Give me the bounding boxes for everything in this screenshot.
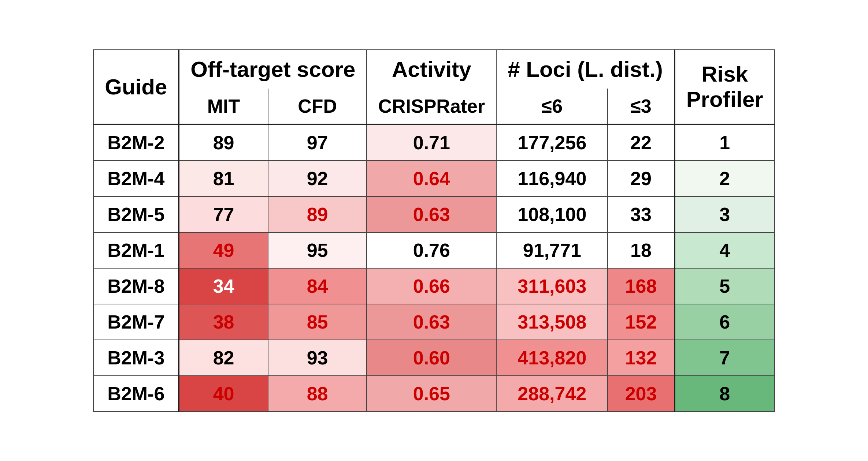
table-row: B2M-5 77 89 0.63 108,100 33 3	[93, 196, 774, 232]
guide-cell: B2M-6	[93, 376, 179, 412]
crisprater-cell: 0.66	[367, 268, 496, 304]
loci3-cell: 29	[608, 161, 674, 196]
risk-cell: 3	[675, 196, 775, 232]
crisprater-cell: 0.76	[367, 232, 496, 268]
mit-cell: 81	[179, 161, 268, 196]
loci3-cell: 18	[608, 232, 674, 268]
guide-cell: B2M-8	[93, 268, 179, 304]
mit-cell: 40	[179, 376, 268, 412]
loci3-cell: 168	[608, 268, 674, 304]
table-body: B2M-2 89 97 0.71 177,256 22 1 B2M-4 81 9…	[93, 124, 774, 412]
cfd-cell: 93	[268, 340, 367, 376]
cfd-cell: 97	[268, 124, 367, 161]
cfd-cell: 85	[268, 304, 367, 340]
cfd-cell: 88	[268, 376, 367, 412]
guide-cell: B2M-5	[93, 196, 179, 232]
guide-cell: B2M-2	[93, 124, 179, 161]
crisprater-cell: 0.71	[367, 124, 496, 161]
risk-cell: 4	[675, 232, 775, 268]
loci3-cell: 33	[608, 196, 674, 232]
header-row-bottom: MIT CFD CRISPRater ≤6 ≤3	[93, 89, 774, 124]
guide-cell: B2M-3	[93, 340, 179, 376]
loci6-cell: 108,100	[496, 196, 608, 232]
risk-cell: 7	[675, 340, 775, 376]
activity-header: Activity	[367, 50, 496, 89]
loci6-cell: 311,603	[496, 268, 608, 304]
crisprater-cell: 0.63	[367, 196, 496, 232]
table-row: B2M-3 82 93 0.60 413,820 132 7	[93, 340, 774, 376]
guide-header: Guide	[93, 50, 179, 124]
risk-cell: 1	[675, 124, 775, 161]
main-table: Guide Off-target score Activity # Loci (…	[93, 49, 775, 412]
table-row: B2M-7 38 85 0.63 313,508 152 6	[93, 304, 774, 340]
loci6-cell: 177,256	[496, 124, 608, 161]
risk-header: Risk Profiler	[675, 50, 775, 124]
loci3-cell: 22	[608, 124, 674, 161]
loci6-cell: 288,742	[496, 376, 608, 412]
cfd-cell: 95	[268, 232, 367, 268]
loci-header: # Loci (L. dist.)	[496, 50, 674, 89]
loci6-cell: 313,508	[496, 304, 608, 340]
cfd-cell: 89	[268, 196, 367, 232]
loci6-header: ≤6	[496, 89, 608, 124]
mit-cell: 38	[179, 304, 268, 340]
mit-header: MIT	[179, 89, 268, 124]
mit-cell: 82	[179, 340, 268, 376]
crisprater-cell: 0.64	[367, 161, 496, 196]
crisprater-header: CRISPRater	[367, 89, 496, 124]
table-row: B2M-2 89 97 0.71 177,256 22 1	[93, 124, 774, 161]
table-row: B2M-8 34 84 0.66 311,603 168 5	[93, 268, 774, 304]
loci3-cell: 152	[608, 304, 674, 340]
loci3-cell: 132	[608, 340, 674, 376]
mit-cell: 89	[179, 124, 268, 161]
table-row: B2M-6 40 88 0.65 288,742 203 8	[93, 376, 774, 412]
loci6-cell: 116,940	[496, 161, 608, 196]
mit-cell: 34	[179, 268, 268, 304]
crisprater-cell: 0.63	[367, 304, 496, 340]
crisprater-cell: 0.60	[367, 340, 496, 376]
crisprater-cell: 0.65	[367, 376, 496, 412]
risk-cell: 8	[675, 376, 775, 412]
cfd-cell: 84	[268, 268, 367, 304]
off-target-header: Off-target score	[179, 50, 367, 89]
risk-cell: 6	[675, 304, 775, 340]
loci6-cell: 413,820	[496, 340, 608, 376]
loci6-cell: 91,771	[496, 232, 608, 268]
header-row-top: Guide Off-target score Activity # Loci (…	[93, 50, 774, 89]
loci3-cell: 203	[608, 376, 674, 412]
cfd-cell: 92	[268, 161, 367, 196]
guide-cell: B2M-1	[93, 232, 179, 268]
risk-cell: 2	[675, 161, 775, 196]
cfd-header: CFD	[268, 89, 367, 124]
mit-cell: 77	[179, 196, 268, 232]
loci3-header: ≤3	[608, 89, 674, 124]
risk-cell: 5	[675, 268, 775, 304]
guide-cell: B2M-7	[93, 304, 179, 340]
guide-cell: B2M-4	[93, 161, 179, 196]
table-row: B2M-4 81 92 0.64 116,940 29 2	[93, 161, 774, 196]
table-row: B2M-1 49 95 0.76 91,771 18 4	[93, 232, 774, 268]
mit-cell: 49	[179, 232, 268, 268]
